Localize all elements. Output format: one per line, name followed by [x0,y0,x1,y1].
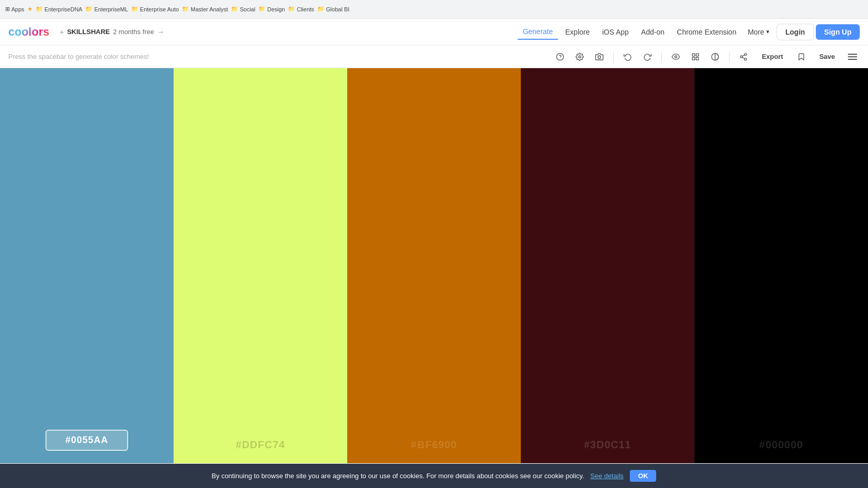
nav-explore[interactable]: Explore [560,25,595,39]
svg-rect-6 [696,54,699,56]
plus-icon: + [59,28,64,36]
folder-icon: 📁 [36,6,43,12]
folder-icon: 📁 [131,6,138,12]
eye-icon [672,53,680,61]
folder-icon: 📁 [231,6,238,12]
svg-rect-5 [692,54,695,56]
redo-icon-button[interactable] [640,49,655,65]
bookmark-global-bi[interactable]: 📁 Global BI [317,6,349,12]
nav-left: coolors + SKILLSHARE 2 months free → [8,25,164,39]
toolbar: Press the spacebar to generate color sch… [0,45,868,68]
toolbar-divider-3 [729,52,730,62]
bookmark-social[interactable]: 📁 Social [231,6,255,12]
redo-icon [643,53,652,61]
nav-chrome-extension[interactable]: Chrome Extension [672,25,741,39]
save-button[interactable]: Save [813,50,841,64]
bookmark-enterprisedna[interactable]: 📁 EnterpriseDNA [36,6,82,12]
color-hex-label-3: #BF6900 [411,439,457,451]
browser-bookmarks-bar: ⊞ Apps ★ 📁 EnterpriseDNA 📁 EnterpriseML … [0,0,868,19]
camera-icon [595,53,603,61]
adjust-icon-button[interactable] [707,49,723,65]
settings-icon-button[interactable] [572,49,587,65]
app-nav: coolors + SKILLSHARE 2 months free → Gen… [0,19,868,45]
bookmark-enterpriseml[interactable]: 📁 EnterpriseML [85,6,128,12]
logo[interactable]: coolors [8,25,49,39]
hamburger-line-1 [848,54,857,55]
svg-point-12 [745,58,747,60]
toolbar-divider-1 [613,52,614,62]
svg-point-10 [745,53,747,55]
color-swatch-3[interactable]: #BF6900 [347,68,521,463]
chevron-down-icon: ▼ [765,29,770,35]
hamburger-line-2 [848,56,857,57]
more-label: More [748,28,764,36]
star-icon: ★ [27,6,33,12]
grid-icon-button[interactable] [688,49,703,65]
camera-icon-button[interactable] [592,49,607,65]
color-swatch-4[interactable]: #3D0C11 [521,68,694,463]
folder-icon: 📁 [182,6,189,12]
svg-point-11 [740,56,742,58]
nav-right: Generate Explore iOS App Add-on Chrome E… [518,24,860,40]
svg-line-14 [742,55,745,56]
bookmark-clients[interactable]: 📁 Clients [288,6,314,12]
folder-icon: 📁 [288,6,295,12]
share-icon-button[interactable] [736,49,751,65]
login-button[interactable]: Login [777,24,814,40]
logo-text: coolors [8,25,49,39]
color-palette: #DDFC74 #BF6900 #3D0C11 #000000 [0,68,868,463]
svg-point-3 [598,56,601,58]
adjust-icon [711,53,719,61]
export-button[interactable]: Export [755,50,789,64]
help-icon [556,53,564,61]
svg-rect-8 [692,57,695,60]
nav-ios-app[interactable]: iOS App [597,25,633,39]
grid-icon [691,53,700,61]
apps-label: Apps [11,6,24,12]
svg-point-2 [579,56,581,58]
color-hex-label-5: #000000 [760,439,803,451]
toolbar-actions: Export Save [552,49,860,65]
share-icon [739,53,748,61]
menu-button[interactable] [845,50,860,64]
skillshare-label: SKILLSHARE [67,28,110,36]
bookmark-icon [797,53,805,61]
eye-icon-button[interactable] [668,49,684,65]
svg-line-13 [742,57,745,59]
hamburger-line-3 [848,59,857,60]
nav-addon[interactable]: Add-on [636,25,670,39]
settings-icon [576,53,584,61]
help-icon-button[interactable] [552,49,568,65]
bookmark-enterprise-auto[interactable]: 📁 Enterprise Auto [131,6,179,12]
undo-icon [624,53,632,61]
apps-icon: ⊞ [5,6,10,12]
color-swatch-5[interactable]: #000000 [694,68,868,463]
signup-button[interactable]: Sign Up [816,24,860,40]
apps-bookmark[interactable]: ⊞ Apps [5,6,24,12]
bookmark-save-icon[interactable] [794,49,809,65]
folder-icon: 📁 [317,6,324,12]
svg-point-4 [675,56,677,58]
color-hex-input-1[interactable] [45,430,128,451]
color-hex-label-4: #3D0C11 [584,439,631,451]
undo-icon-button[interactable] [620,49,636,65]
promo-text: 2 months free [113,28,154,36]
nav-generate[interactable]: Generate [518,24,558,40]
color-swatch-2[interactable]: #DDFC74 [174,68,347,463]
toolbar-divider-2 [661,52,662,62]
bookmark-design[interactable]: 📁 Design [258,6,285,12]
nav-more-button[interactable]: More ▼ [743,25,774,39]
bookmark-master-analyst[interactable]: 📁 Master Analyst [182,6,228,12]
spacebar-hint: Press the spacebar to generate color sch… [8,53,149,60]
folder-icon: 📁 [258,6,266,12]
promo-arrow: → [157,28,164,36]
folder-icon: 📁 [85,6,92,12]
color-swatch-1[interactable] [0,68,174,463]
skillshare-promo[interactable]: + SKILLSHARE 2 months free → [59,28,164,36]
color-hex-label-2: #DDFC74 [236,439,285,451]
svg-rect-7 [696,57,699,60]
